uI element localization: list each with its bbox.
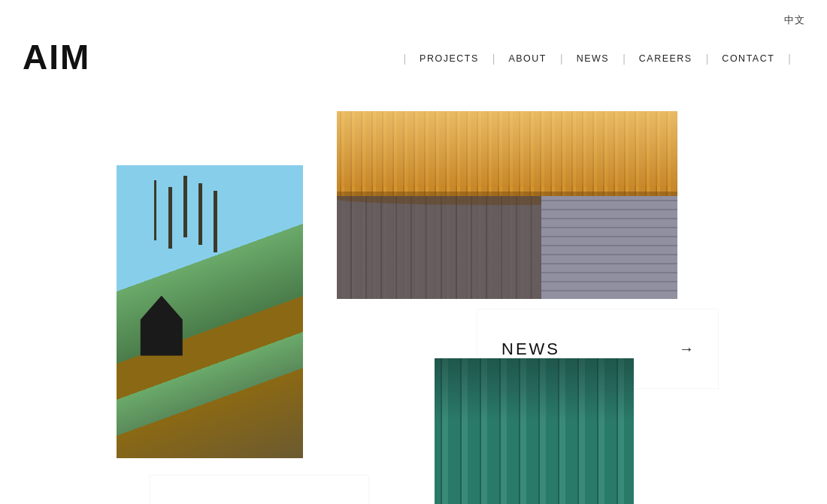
news-label: NEWS — [501, 340, 560, 359]
green-fins-image[interactable] — [435, 358, 634, 504]
news-arrow-icon: → — [679, 340, 694, 358]
auditorium-image[interactable] — [337, 111, 677, 299]
logo[interactable]: AIM — [23, 38, 113, 80]
nav-sep-5: | — [788, 53, 791, 65]
svg-text:AIM: AIM — [23, 38, 90, 75]
nav-item-careers[interactable]: CAREERS — [639, 53, 692, 64]
nav-sep-4: | — [706, 53, 709, 65]
seats-overlay — [541, 196, 677, 300]
rural-card[interactable]: RURAL → — [150, 475, 368, 504]
nav-item-contact[interactable]: CONTACT — [722, 53, 774, 64]
nav-sep-0: | — [403, 53, 406, 65]
language-selector[interactable]: 中文 — [784, 14, 804, 27]
auditorium-photo — [337, 111, 677, 299]
logo-text: AIM — [23, 50, 113, 81]
main-nav: | PROJECTS | ABOUT | NEWS | CAREERS | CO… — [389, 53, 804, 65]
nav-item-news[interactable]: NEWS — [577, 53, 610, 64]
nav-sep-1: | — [492, 53, 495, 65]
nav-item-about[interactable]: ABOUT — [508, 53, 547, 64]
green-fins-photo — [435, 358, 634, 504]
nav-sep-3: | — [623, 53, 626, 65]
main-content: RURAL → NEWS → — [0, 98, 827, 504]
rural-photo — [117, 165, 303, 458]
rural-image[interactable] — [117, 165, 303, 458]
header: AIM | PROJECTS | ABOUT | NEWS | CAREERS … — [0, 38, 827, 80]
language-label[interactable]: 中文 — [784, 14, 804, 26]
nav-sep-2: | — [560, 53, 563, 65]
nav-item-projects[interactable]: PROJECTS — [420, 53, 479, 64]
